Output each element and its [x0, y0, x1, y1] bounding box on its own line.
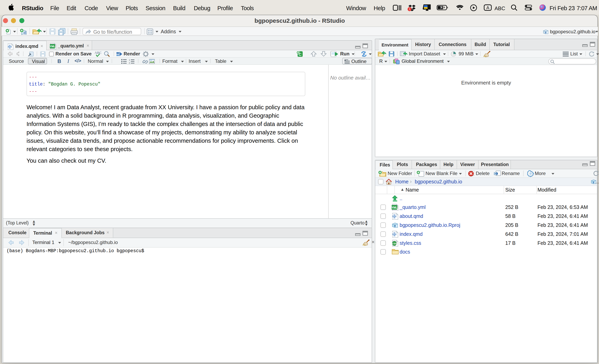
svg-text:YML: YML	[50, 45, 55, 48]
svg-text:YML: YML	[392, 206, 397, 209]
svg-text:ABC: ABC	[95, 51, 102, 55]
svg-text:R: R	[593, 181, 595, 184]
svg-text:2: 2	[129, 62, 130, 64]
svg-text:R: R	[545, 31, 547, 34]
svg-text:A: A	[486, 5, 489, 10]
svg-text:1: 1	[129, 59, 130, 61]
svg-text:R: R	[394, 224, 396, 227]
svg-text:1: 1	[409, 7, 410, 10]
svg-text:R: R	[24, 31, 26, 35]
svg-text:CSS: CSS	[392, 242, 397, 245]
